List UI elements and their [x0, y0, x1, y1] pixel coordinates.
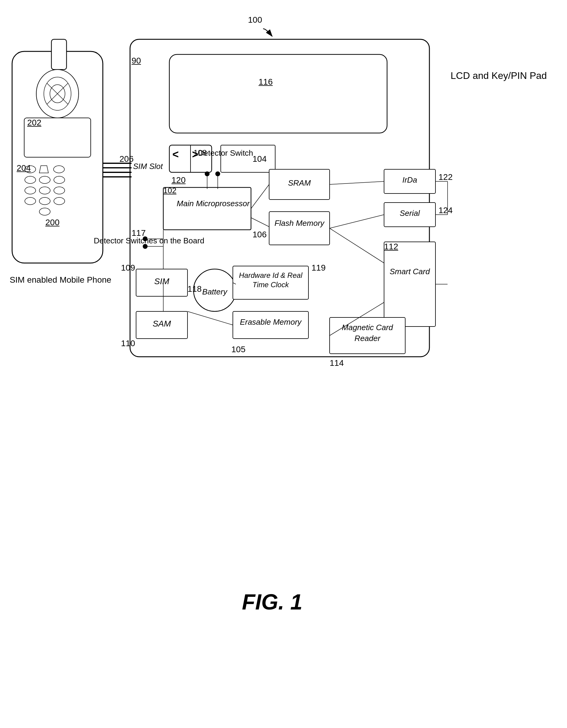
ref-202: 202	[27, 118, 41, 128]
svg-point-21	[39, 187, 50, 194]
svg-rect-7	[12, 51, 103, 263]
ref-102: 102	[163, 186, 176, 195]
svg-rect-8	[51, 39, 67, 70]
svg-point-35	[205, 171, 210, 176]
ref-110: 110	[121, 339, 135, 348]
ref-206: 206	[119, 154, 134, 164]
magnetic-card-reader-label: Magnetic Card Reader	[330, 322, 405, 344]
diagram-svg	[0, 0, 567, 728]
svg-line-55	[330, 228, 384, 263]
ref-204: 204	[17, 163, 31, 173]
detector-switch-label: Detector Switch	[198, 148, 253, 158]
ref-122: 122	[438, 172, 453, 182]
serial-label: Serial	[384, 209, 435, 218]
battery-label: Battery	[200, 287, 230, 297]
ref-114: 114	[330, 358, 344, 368]
sam-label: SAM	[136, 319, 187, 329]
ref-106: 106	[253, 230, 267, 239]
ref-124: 124	[438, 206, 453, 215]
svg-point-24	[39, 197, 50, 205]
irda-label: IrDa	[384, 175, 435, 185]
svg-point-9	[36, 70, 79, 118]
ref-200: 200	[45, 218, 60, 227]
svg-point-17	[25, 176, 36, 184]
ref-120: 120	[171, 175, 186, 185]
smart-card-label: Smart Card	[384, 266, 435, 277]
phone-caption: SIM enabled Mobile Phone	[0, 275, 121, 285]
svg-line-59	[187, 311, 233, 325]
erasable-memory-label: Erasable Memory	[233, 317, 308, 327]
svg-point-19	[54, 176, 65, 184]
ref-112: 112	[384, 242, 398, 252]
svg-rect-49	[384, 242, 435, 327]
ref-119: 119	[311, 263, 326, 273]
svg-point-18	[39, 176, 50, 184]
flash-memory-label: Flash Memory	[269, 218, 330, 229]
svg-line-54	[330, 215, 384, 228]
svg-line-12	[47, 83, 68, 104]
svg-point-20	[25, 187, 36, 194]
svg-point-36	[215, 171, 220, 176]
svg-point-25	[54, 197, 65, 205]
sram-label: SRAM	[269, 178, 330, 188]
hardware-id-label: Hardware Id & Real Time Clock	[233, 271, 308, 289]
svg-point-16	[54, 166, 64, 173]
ref-116: 116	[259, 77, 273, 87]
ref-100: 100	[248, 15, 262, 25]
fig-label: FIG. 1	[181, 590, 363, 614]
ref-109: 109	[121, 263, 135, 273]
svg-line-13	[47, 83, 68, 104]
svg-point-11	[50, 85, 65, 103]
left-arrow: <	[172, 148, 179, 161]
sim-slot-label: SIM Slot	[133, 162, 163, 171]
svg-line-52	[251, 218, 269, 227]
ref-105: 105	[231, 345, 246, 354]
sim-label: SIM	[136, 277, 187, 286]
svg-rect-3	[169, 54, 387, 133]
svg-point-22	[54, 187, 65, 194]
main-microprosessor-label: Main Microprosessor	[169, 198, 257, 209]
svg-point-26	[39, 208, 50, 215]
ref-104: 104	[253, 154, 267, 164]
svg-line-53	[330, 181, 384, 184]
ref-90: 90	[132, 56, 141, 66]
svg-point-23	[25, 197, 36, 205]
svg-point-10	[44, 77, 71, 110]
detector-switches-board-label: Detector Switches on the Board	[94, 236, 204, 246]
diagram-container: 100 90 LCD and Key/PIN Pad 116 < > 120 1…	[0, 0, 567, 728]
lcd-keypinpad-label: LCD and Key/PIN Pad	[451, 70, 547, 82]
